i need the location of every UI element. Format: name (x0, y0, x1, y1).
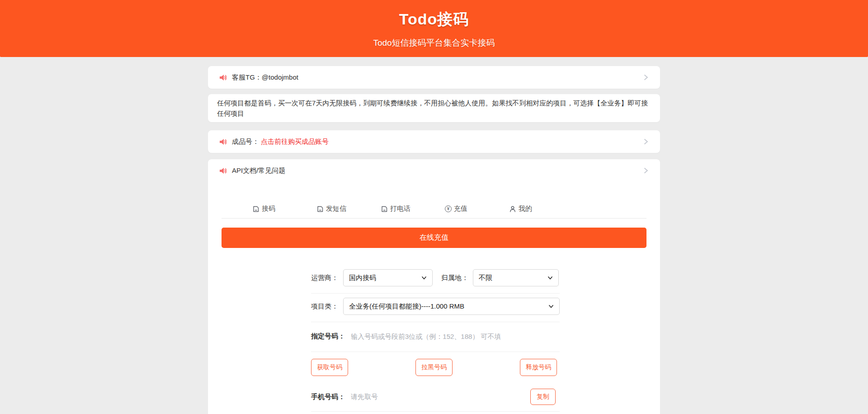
tab-label: 我的 (519, 205, 532, 213)
release-number-button[interactable]: 释放号码 (520, 359, 557, 376)
usage-notice-text: 任何项目都是首码，买一次可在7天内无限接码，到期可续费继续接，不用担心被他人使用… (217, 99, 648, 117)
get-number-button[interactable]: 获取号码 (311, 359, 348, 376)
operator-region-row: 运营商： 国内接码 归属地： 不限 (311, 265, 560, 294)
blacklist-number-button[interactable]: 拉黑号码 (415, 359, 453, 376)
chevron-right-icon (643, 138, 649, 145)
phone-number-row: 手机号码： 请先取号 复制 (311, 384, 560, 412)
page-header: Todo接码 Todo短信接码平台集合实卡接码 (0, 0, 868, 57)
chevron-down-icon (548, 304, 554, 309)
person-icon (509, 205, 516, 213)
chevron-down-icon (547, 275, 553, 281)
tab-label: 充值 (454, 205, 467, 213)
buy-product-account-link[interactable]: 点击前往购买成品账号 (261, 138, 329, 146)
api-docs-row[interactable]: API文档/常见问题 (208, 159, 660, 182)
specify-number-row: 指定号码： (311, 322, 560, 352)
phone-number-label: 手机号码： (311, 393, 345, 401)
support-tg-label: 客服TG：@todojmbot (232, 73, 298, 82)
tab-profile[interactable]: 我的 (509, 205, 573, 218)
sim-card-icon (252, 205, 259, 213)
region-select[interactable]: 不限 (473, 269, 559, 286)
tab-label: 发短信 (326, 205, 346, 213)
tab-recharge[interactable]: ¥ 充值 (445, 205, 509, 218)
tab-send-sms[interactable]: 发短信 (316, 205, 381, 218)
product-account-label: 成品号： (232, 138, 259, 146)
tab-label: 打电话 (390, 205, 410, 213)
project-label: 项目类： (311, 302, 338, 311)
number-actions-row: 获取号码 拉黑号码 释放号码 (311, 352, 560, 384)
online-recharge-button[interactable]: 在线充值 (222, 228, 646, 248)
speaker-icon (219, 167, 226, 175)
api-docs-label: API文档/常见问题 (232, 167, 285, 175)
region-label: 归属地： (441, 274, 468, 282)
chevron-right-icon (643, 167, 649, 174)
chevron-down-icon (421, 275, 427, 281)
specify-number-label: 指定号码： (311, 332, 345, 341)
speaker-icon (219, 74, 226, 81)
page-subtitle: Todo短信接码平台集合实卡接码 (0, 37, 868, 49)
yen-circle-icon: ¥ (445, 205, 452, 212)
operator-label: 运营商： (311, 274, 338, 282)
main-panel: API文档/常见问题 接码 发短信 打电话 ¥ 充值 我 (208, 159, 660, 414)
sms-content-row: 复制 (311, 412, 560, 414)
speaker-icon (219, 138, 226, 146)
tab-receive-code[interactable]: 接码 (252, 205, 316, 218)
phone-number-placeholder: 请先取号 (351, 393, 530, 401)
operator-select[interactable]: 国内接码 (343, 269, 433, 286)
project-select[interactable]: 全业务(任何项目都能接)----1.000 RMB (343, 298, 560, 315)
chevron-right-icon (643, 74, 649, 81)
project-select-value: 全业务(任何项目都能接)----1.000 RMB (349, 302, 545, 311)
sim-card-icon (316, 205, 324, 213)
product-account-row[interactable]: 成品号： 点击前往购买成品账号 (208, 130, 660, 153)
operator-select-value: 国内接码 (349, 274, 418, 282)
copy-phone-button[interactable]: 复制 (530, 389, 556, 405)
number-form: 运营商： 国内接码 归属地： 不限 项目类： 全业务(任何项目都能接)----1… (311, 265, 560, 414)
sim-card-icon (381, 205, 388, 213)
tab-label: 接码 (262, 205, 275, 213)
tab-make-call[interactable]: 打电话 (381, 205, 445, 218)
project-row: 项目类： 全业务(任何项目都能接)----1.000 RMB (311, 294, 560, 322)
usage-notice-card: 任何项目都是首码，买一次可在7天内无限接码，到期可续费继续接，不用担心被他人使用… (208, 94, 660, 122)
region-select-value: 不限 (479, 274, 544, 282)
tab-bar: 接码 发短信 打电话 ¥ 充值 我的 (222, 182, 646, 219)
support-tg-row[interactable]: 客服TG：@todojmbot (208, 66, 660, 89)
page-title: Todo接码 (0, 9, 868, 30)
specify-number-input[interactable] (351, 333, 560, 340)
